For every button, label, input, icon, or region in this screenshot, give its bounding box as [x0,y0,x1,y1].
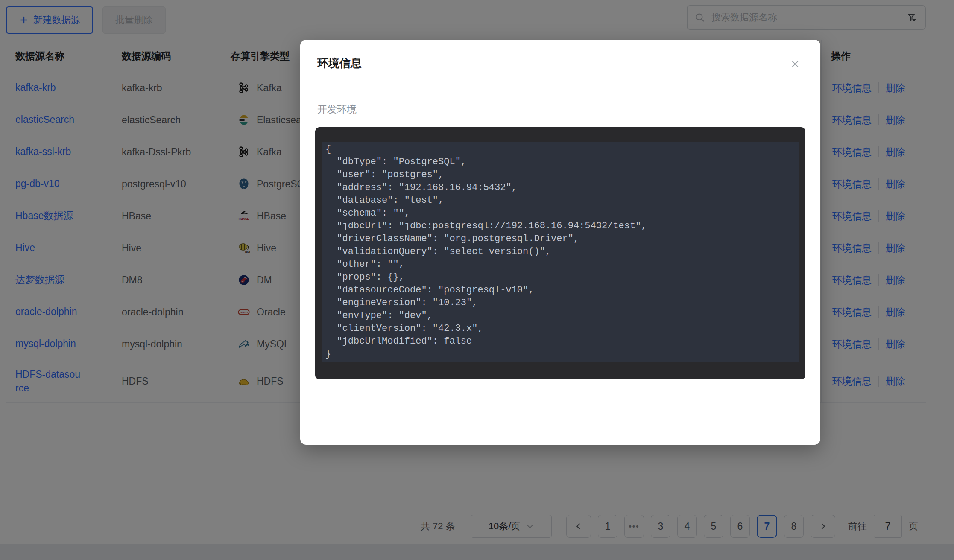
env-label: 开发环境 [317,103,803,116]
page: 新建数据源 批量删除 数据源名称 数据源编码 存算引擎类型 操作 kafka-k… [0,0,954,560]
modal-header: 环境信息 [300,40,820,88]
modal-title: 环境信息 [317,56,362,71]
env-code-block: { "dbType": "PostgreSQL", "user": "postg… [315,127,805,379]
modal-footer-divider [300,389,820,389]
env-info-modal: 环境信息 开发环境 { "dbType": "PostgreSQL", "use… [300,40,820,445]
close-icon [789,58,801,70]
env-code-inner: { "dbType": "PostgreSQL", "user": "postg… [322,142,799,362]
modal-close-button[interactable] [789,58,802,70]
env-json-code: { "dbType": "PostgreSQL", "user": "postg… [322,142,799,361]
